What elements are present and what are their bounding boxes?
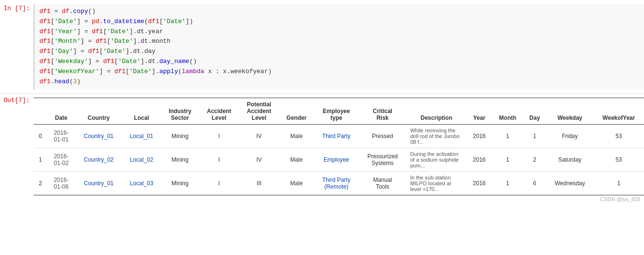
output-table-container: Date Country Local IndustrySector Accide… [34,96,644,205]
code-token: 'Date' [107,28,129,35]
code-token: to_datetime [103,18,145,25]
code-token: ] = [77,18,92,25]
col-header-day: Day [523,98,547,125]
cell-country: Country_02 [75,148,122,172]
code-token: ] = [99,68,114,75]
code-token: lambda [182,68,205,75]
code-token: = [50,8,61,15]
col-header-index [34,98,47,125]
code-line-8: df1.head(3) [39,77,639,87]
code-token: ].dt.day [125,48,155,55]
cell-date: 2016-01-06 [47,172,75,195]
cell-weekofyear: 53 [594,148,644,172]
cell-description: In the sub-station MILPO located at leve… [406,172,466,195]
cell-accident-level: I [199,148,239,172]
cell-date: 2016-01-02 [47,148,75,172]
code-token: df1 [39,68,50,75]
cell-potential-level: IV [239,148,279,172]
data-table: Date Country Local IndustrySector Accide… [34,98,644,195]
cell-month: 1 [492,148,523,172]
code-token: ].dt.month [133,38,170,45]
code-token: df1 [103,58,114,65]
code-token: df1 [148,18,159,25]
code-token: df1 [39,38,50,45]
code-token: df1 [88,48,99,55]
code-token: df1 [92,28,103,35]
code-token: 3 [73,78,77,85]
code-token: ]. [152,68,159,75]
col-header-accident-level: AccidentLevel [199,98,239,125]
code-line-6: df1['Weekday'] = df1['Date'].dt.day_name… [39,57,639,67]
cell-year: 2016 [466,172,492,195]
code-token: df1 [39,58,50,65]
row-index: 1 [34,148,47,172]
code-token: 'WeekofYear' [54,68,99,75]
code-token: df [62,8,70,15]
code-token: 'Day' [54,48,73,55]
input-cell: In [7]: df1 = df.copy() df1['Date'] = pd… [0,0,644,94]
code-token: apply [159,68,178,75]
code-token: ] = [88,58,103,65]
code-token: copy [73,8,88,15]
cell-weekday: Wednesday [546,172,594,195]
cell-weekday: Saturday [546,148,594,172]
col-header-emp-type: Employeetype [314,98,359,125]
col-header-local: Local [122,98,161,125]
code-token: 'Date' [110,38,133,45]
code-token: ] = [73,48,88,55]
code-token: () [88,8,96,15]
code-token: ( [178,68,182,75]
cell-day: 2 [523,148,547,172]
code-token: 'Date' [103,48,126,55]
cell-country: Country_01 [75,125,122,148]
col-header-month: Month [492,98,523,125]
code-token: [ [99,48,103,55]
input-label: In [7]: [0,4,34,89]
code-token: 'Date' [54,18,77,25]
code-line-4: df1['Month'] = df1['Date'].dt.month [39,37,639,47]
cell-description: While removing the drill rod of the Jumb… [406,125,466,148]
cell-emp-type: Third Party(Remote) [314,172,359,195]
cell-critical-risk: Pressed [359,125,406,148]
cell-month: 1 [492,172,523,195]
code-token: [ [114,58,118,65]
code-token: ] = [81,38,96,45]
cell-accident-level: I [199,172,239,195]
code-token: 'Date' [163,18,186,25]
cell-industry: Mining [161,172,199,195]
code-token: x : x.weekofyear) [204,68,271,75]
cell-year: 2016 [466,148,492,172]
cell-weekday: Friday [546,125,594,148]
cell-date: 2016-01-01 [47,125,75,148]
cell-industry: Mining [161,148,199,172]
code-token: 'Date' [129,68,152,75]
output-cell: Out[7]: Date Country Local IndustrySecto… [0,94,644,207]
cell-potential-level: III [239,172,279,195]
cell-year: 2016 [466,125,492,148]
code-token: 'Date' [118,58,141,65]
col-header-weekday: Weekday [546,98,594,125]
cell-emp-type: Employee [314,148,359,172]
code-token: df1 [96,38,107,45]
cell-gender: Male [279,125,314,148]
table-row: 22016-01-06Country_01Local_03MiningIIIIM… [34,172,644,195]
col-header-industry: IndustrySector [161,98,199,125]
cell-potential-level: IV [239,125,279,148]
code-line-1: df1 = df.copy() [39,7,639,17]
table-row: 12016-01-02Country_02Local_02MiningIIVMa… [34,148,644,172]
cell-country: Country_01 [75,172,122,195]
output-label: Out[7]: [0,96,34,205]
code-token: df1 [114,68,125,75]
code-token: 'Month' [54,38,81,45]
code-token: [ [159,18,163,25]
code-line-2: df1['Date'] = pd.to_datetime(df1['Date']… [39,17,639,27]
cell-day: 6 [523,172,547,195]
code-token: df1 [39,48,50,55]
code-token: . [99,18,103,25]
cell-critical-risk: PressurizedSystems [359,148,406,172]
row-index: 2 [34,172,47,195]
cell-gender: Male [279,148,314,172]
cell-emp-type: Third Party [314,125,359,148]
code-token: df1 [39,18,50,25]
cell-accident-level: I [199,125,239,148]
